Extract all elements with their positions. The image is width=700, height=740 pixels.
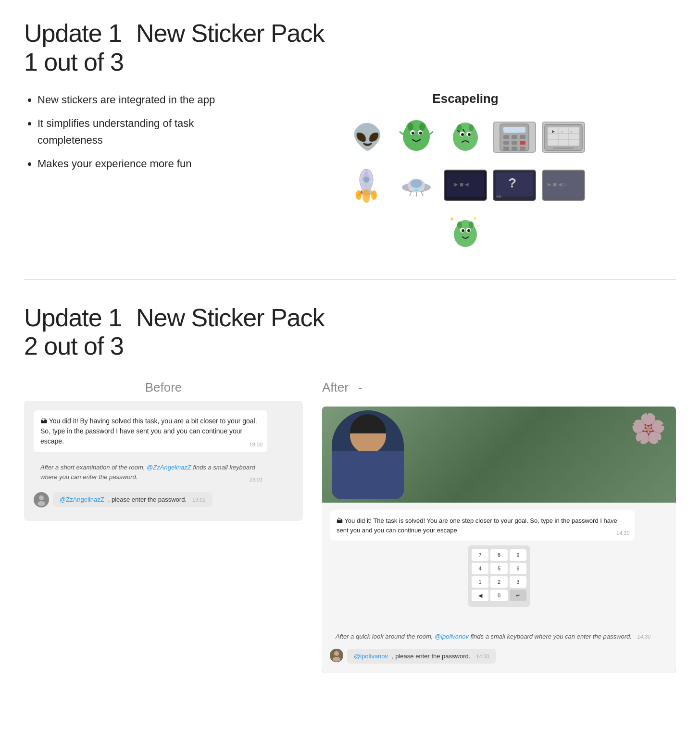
svg-point-56 bbox=[420, 188, 424, 190]
sticker-pack-title: Escapeling bbox=[255, 91, 676, 106]
svg-text:?: ? bbox=[508, 175, 516, 190]
bullet-item-1: New stickers are integrated in the app bbox=[38, 91, 226, 108]
svg-point-6 bbox=[412, 132, 414, 135]
before-user-avatar bbox=[34, 492, 49, 507]
svg-point-13 bbox=[469, 124, 474, 131]
after-dash: - bbox=[358, 380, 362, 395]
svg-point-54 bbox=[409, 188, 412, 190]
sticker-rocket bbox=[346, 164, 389, 207]
sticker-screen-dim: ▶ ◼ ◀ ▷ bbox=[542, 170, 585, 201]
svg-point-17 bbox=[468, 133, 471, 136]
after-user-row: @ipolivanov, please enter the password. … bbox=[330, 649, 668, 664]
before-panel: Before 🏔 You did it! By having solved th… bbox=[24, 380, 303, 673]
svg-text:○: ○ bbox=[561, 129, 563, 134]
before-msg1-text: You did it! By having solved this task, … bbox=[40, 417, 257, 445]
svg-text:✦: ✦ bbox=[476, 224, 480, 228]
svg-point-7 bbox=[419, 132, 422, 135]
sticker-calculator bbox=[493, 122, 536, 153]
svg-point-47 bbox=[356, 190, 362, 200]
calc-btn-0: 0 bbox=[490, 590, 507, 601]
section-1-content: New stickers are integrated in the app I… bbox=[24, 91, 676, 255]
after-user-message: @ipolivanov, please enter the password. … bbox=[347, 649, 496, 664]
after-msg1-text: You did it! The task is solved! You are … bbox=[337, 517, 617, 534]
svg-text:▶ ◼ ◀: ▶ ◼ ◀ bbox=[454, 182, 469, 187]
calc-btn-7: 7 bbox=[472, 549, 488, 561]
sticker-row-2: ▶ ◼ ◀ ? ◀ ▶ bbox=[346, 164, 585, 207]
svg-text:▶ ◼ ◀ ▷: ▶ ◼ ◀ ▷ bbox=[548, 182, 567, 187]
svg-point-76 bbox=[462, 229, 464, 232]
sticker-ufo bbox=[395, 164, 438, 207]
section-2: Update 1New Sticker Pack2 out of 3 Befor… bbox=[0, 284, 700, 693]
svg-line-59 bbox=[421, 191, 423, 196]
svg-point-77 bbox=[467, 229, 470, 232]
svg-point-49 bbox=[371, 190, 377, 200]
svg-text:◀ ▶: ◀ ▶ bbox=[495, 195, 502, 198]
svg-rect-24 bbox=[520, 135, 525, 139]
svg-point-86 bbox=[333, 657, 340, 662]
sticker-screen-question: ? ◀ ▶ bbox=[493, 170, 536, 201]
after-bottom-messages: After a quick look around the room, @ipo… bbox=[322, 622, 676, 673]
before-narration-time: 19:01 bbox=[249, 476, 262, 484]
svg-point-53 bbox=[411, 179, 422, 188]
svg-point-48 bbox=[362, 189, 370, 203]
before-chat: 🏔 You did it! By having solved this task… bbox=[24, 401, 303, 521]
sticker-alien-wave: 👽 bbox=[346, 116, 389, 159]
after-user-msg-text: , please enter the password. bbox=[392, 653, 470, 660]
calc-row-4: ◀ 0 ↵ bbox=[472, 590, 526, 601]
calc-btn-5: 5 bbox=[490, 563, 507, 574]
after-user-time: 14:30 bbox=[476, 654, 489, 659]
svg-rect-21 bbox=[503, 127, 525, 133]
sticker-device-grid: ▶ ○ ○ bbox=[542, 122, 585, 153]
flower-decoration: 🌸 bbox=[630, 411, 666, 445]
before-narration: After a short examination of the room, @… bbox=[34, 457, 267, 487]
bullet-list: New stickers are integrated in the app I… bbox=[24, 91, 226, 173]
svg-rect-23 bbox=[512, 135, 517, 139]
svg-point-85 bbox=[334, 651, 339, 656]
calc-btn-4: 4 bbox=[472, 563, 488, 574]
calc-btn-9: 9 bbox=[510, 549, 526, 561]
after-narration-time: 14:30 bbox=[638, 634, 651, 640]
calc-btn-8: 8 bbox=[490, 549, 507, 561]
before-msg1-time: 19:00 bbox=[249, 441, 262, 449]
calc-btn-6: 6 bbox=[510, 563, 526, 574]
bullet-item-2: It simplifies understanding of task comp… bbox=[38, 115, 226, 148]
before-narration-text: After a short examination of the room, bbox=[40, 464, 147, 471]
section-1: Update 1New Sticker Pack1 out of 3 New s… bbox=[0, 0, 700, 274]
before-user-time: 19:01 bbox=[192, 497, 206, 503]
section-divider bbox=[24, 279, 676, 280]
sticker-alien-sad bbox=[444, 116, 487, 159]
after-narration-end: finds a small keyboard where you can ent… bbox=[469, 633, 632, 640]
calc-row-1: 7 8 9 bbox=[472, 549, 526, 561]
calc-btn-back: ◀ bbox=[472, 590, 488, 601]
svg-rect-29 bbox=[512, 147, 517, 150]
svg-rect-28 bbox=[503, 147, 509, 150]
after-user-avatar bbox=[330, 649, 343, 662]
svg-rect-27 bbox=[520, 141, 525, 145]
svg-text:✦: ✦ bbox=[473, 216, 477, 221]
sticker-screen-dark: ▶ ◼ ◀ bbox=[444, 170, 487, 201]
before-user-mention: @ZzAngelinazZ bbox=[147, 464, 191, 471]
after-chat-container: 🌸 🏔 You did it! The task is solved! You … bbox=[322, 407, 676, 673]
after-messages: 🏔 You did it! The task is solved! You ar… bbox=[322, 503, 676, 622]
svg-point-50 bbox=[363, 177, 369, 183]
before-msg1-icon: 🏔 bbox=[40, 417, 49, 425]
svg-rect-26 bbox=[512, 141, 517, 145]
svg-point-83 bbox=[38, 501, 45, 506]
svg-rect-25 bbox=[503, 141, 509, 145]
after-user-mention: @ipolivanov bbox=[435, 633, 469, 640]
svg-point-3 bbox=[419, 123, 425, 131]
before-user-msg-text: , please enter the password. bbox=[108, 496, 187, 503]
section-1-header: Update 1New Sticker Pack1 out of 3 bbox=[24, 19, 676, 77]
bullet-item-3: Makes your experience more fun bbox=[38, 155, 226, 172]
before-label: Before bbox=[24, 380, 303, 395]
calc-btn-enter: ↵ bbox=[510, 590, 526, 601]
after-user-ref: @ipolivanov bbox=[354, 653, 388, 660]
after-msg1-time: 14:30 bbox=[616, 529, 630, 537]
section-2-content: Before 🏔 You did it! By having solved th… bbox=[24, 380, 676, 673]
calc-btn-2: 2 bbox=[490, 576, 507, 588]
after-narration-text: After a quick look around the room, bbox=[336, 633, 435, 640]
calc-btn-1: 1 bbox=[472, 576, 488, 588]
svg-point-16 bbox=[461, 133, 464, 136]
section-1-title: Update 1New Sticker Pack1 out of 3 bbox=[24, 19, 325, 77]
sticker-alien-fly: ✦ ✦ ✦ bbox=[444, 212, 487, 255]
